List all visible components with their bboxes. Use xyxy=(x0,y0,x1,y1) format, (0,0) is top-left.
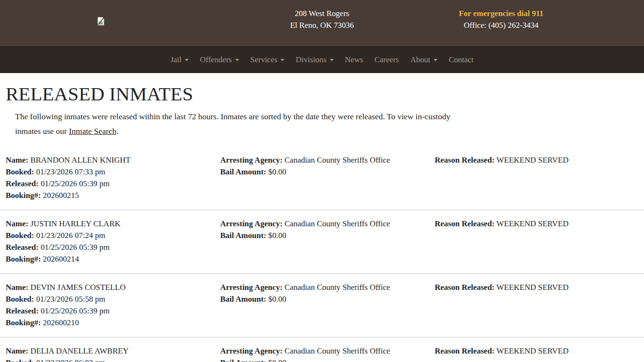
nav-item-jail[interactable]: Jail xyxy=(166,51,193,68)
arresting-agency-line: Arresting Agency: Canadian County Sherif… xyxy=(220,218,435,230)
intro-paragraph: The following inmates were released with… xyxy=(15,109,475,139)
chevron-down-icon xyxy=(330,59,334,61)
nav-item-label: About xyxy=(410,55,430,65)
field-label: Booked: xyxy=(6,358,34,362)
nav-item-label: Divisions xyxy=(296,55,326,65)
emergency-text: For emergencies dial 911 xyxy=(459,8,544,19)
main-content: RELEASED INMATES The following inmates w… xyxy=(0,83,644,362)
nav-item-careers[interactable]: Careers xyxy=(370,51,403,68)
inmate-record: Name: DEVIN JAMES COSTELLOBooked: 01/23/… xyxy=(0,274,644,337)
office-phone: Office: (405) 262-3434 xyxy=(459,19,544,31)
field-label: Name: xyxy=(6,283,28,292)
nav-item-label: Services xyxy=(250,55,278,65)
reason-released-line: Reason Released: WEEKEND SERVED xyxy=(435,281,638,293)
arresting-agency-line: Arresting Agency: Canadian County Sherif… xyxy=(220,345,435,357)
address-line2: El Reno, OK 73036 xyxy=(290,19,354,31)
record-column: Reason Released: WEEKEND SERVED xyxy=(435,345,638,362)
field-label: Name: xyxy=(6,346,28,355)
field-label: Reason Released: xyxy=(435,156,495,165)
chevron-down-icon xyxy=(434,59,438,61)
field-label: Name: xyxy=(6,219,28,228)
chevron-down-icon xyxy=(235,59,239,61)
inmate-name-line: Name: DELIA DANELLE AWBREY xyxy=(6,345,220,357)
inmate-record: Name: JUSTIN HARLEY CLARKBooked: 01/23/2… xyxy=(0,210,644,274)
field-label: Reason Released: xyxy=(435,283,495,292)
field-label: Bail Amount: xyxy=(220,167,266,176)
records-list: Name: BRANDON ALLEN KNIGHTBooked: 01/23/… xyxy=(0,154,644,362)
field-label: Booked: xyxy=(6,167,34,176)
nav-item-news[interactable]: News xyxy=(341,51,368,68)
booked-datetime-line: Booked: 01/23/2026 05:58 pm xyxy=(6,293,220,305)
released-datetime-line: Released: 01/25/2026 05:39 pm xyxy=(6,241,220,253)
field-label: Booking#: xyxy=(6,255,41,263)
inmate-record: Name: DELIA DANELLE AWBREYBooked: 01/23/… xyxy=(0,337,644,362)
inmate-record: Name: BRANDON ALLEN KNIGHTBooked: 01/23/… xyxy=(0,154,644,210)
record-column: Name: JUSTIN HARLEY CLARKBooked: 01/23/2… xyxy=(6,218,220,265)
record-column: Arresting Agency: Canadian County Sherif… xyxy=(220,218,435,265)
reason-released-line: Reason Released: WEEKEND SERVED xyxy=(435,218,638,230)
released-datetime-line: Released: 01/25/2026 05:39 pm xyxy=(6,305,220,317)
inmate-search-link[interactable]: Inmate Search xyxy=(69,126,116,136)
field-label: Reason Released: xyxy=(435,346,495,355)
field-label: Released: xyxy=(6,306,39,315)
address-line1: 208 West Rogers xyxy=(290,8,354,19)
booked-datetime-line: Booked: 01/23/2026 07:33 pm xyxy=(6,166,220,178)
bail-amount-line: Bail Amount: $0.00 xyxy=(220,357,435,362)
field-label: Arresting Agency: xyxy=(220,219,282,228)
nav-item-label: Contact xyxy=(449,55,474,65)
chevron-down-icon xyxy=(281,59,284,61)
record-column: Reason Released: WEEKEND SERVED xyxy=(435,281,638,329)
inmate-name-line: Name: BRANDON ALLEN KNIGHT xyxy=(6,154,220,166)
nav-item-label: Jail xyxy=(170,55,182,65)
record-column: Name: DELIA DANELLE AWBREYBooked: 01/23/… xyxy=(6,345,220,362)
main-nav: JailOffendersServicesDivisionsNewsCareer… xyxy=(0,46,644,73)
arresting-agency-line: Arresting Agency: Canadian County Sherif… xyxy=(220,154,435,166)
booking-number-line: Booking#: 202600210 xyxy=(6,317,220,329)
field-label: Arresting Agency: xyxy=(220,156,282,165)
field-label: Released: xyxy=(6,243,39,252)
record-column: Reason Released: WEEKEND SERVED xyxy=(435,154,638,201)
nav-item-about[interactable]: About xyxy=(406,51,442,68)
nav-item-label: Offenders xyxy=(200,55,232,65)
emergency-block: For emergencies dial 911 Office: (405) 2… xyxy=(459,8,544,31)
field-label: Booking#: xyxy=(6,191,41,200)
field-label: Booked: xyxy=(6,295,34,304)
nav-item-offenders[interactable]: Offenders xyxy=(196,51,243,68)
intro-text-after: . xyxy=(116,126,118,136)
field-label: Arresting Agency: xyxy=(220,283,282,292)
site-header: 208 West Rogers El Reno, OK 73036 For em… xyxy=(0,0,644,46)
field-label: Bail Amount: xyxy=(220,295,266,304)
arresting-agency-line: Arresting Agency: Canadian County Sherif… xyxy=(220,281,435,293)
field-label: Bail Amount: xyxy=(220,358,266,362)
released-datetime-line: Released: 01/25/2026 05:39 pm xyxy=(6,178,220,189)
reason-released-line: Reason Released: WEEKEND SERVED xyxy=(435,345,638,357)
nav-item-divisions[interactable]: Divisions xyxy=(291,51,338,68)
address-block: 208 West Rogers El Reno, OK 73036 xyxy=(290,8,354,31)
bail-amount-line: Bail Amount: $0.00 xyxy=(220,230,435,241)
nav-item-contact[interactable]: Contact xyxy=(445,51,478,68)
field-label: Name: xyxy=(6,156,28,165)
nav-item-label: News xyxy=(345,55,363,65)
booked-datetime-line: Booked: 01/23/2026 07:24 pm xyxy=(6,230,220,241)
field-label: Released: xyxy=(6,179,39,188)
booked-datetime-line: Booked: 01/23/2026 06:03 pm xyxy=(6,357,220,362)
broken-image-icon xyxy=(97,17,104,25)
record-column: Arresting Agency: Canadian County Sherif… xyxy=(220,154,435,201)
field-label: Reason Released: xyxy=(435,219,495,228)
inmate-name-line: Name: JUSTIN HARLEY CLARK xyxy=(6,218,220,230)
inmate-name-line: Name: DEVIN JAMES COSTELLO xyxy=(6,281,220,293)
page-title: RELEASED INMATES xyxy=(6,83,644,105)
booking-number-line: Booking#: 202600215 xyxy=(6,189,220,201)
nav-item-services[interactable]: Services xyxy=(246,51,289,68)
reason-released-line: Reason Released: WEEKEND SERVED xyxy=(435,154,638,166)
record-column: Arresting Agency: Canadian County Sherif… xyxy=(220,281,435,329)
record-column: Reason Released: WEEKEND SERVED xyxy=(435,218,638,265)
record-column: Name: DEVIN JAMES COSTELLOBooked: 01/23/… xyxy=(6,281,220,329)
field-label: Arresting Agency: xyxy=(220,346,282,355)
bail-amount-line: Bail Amount: $0.00 xyxy=(220,166,435,178)
field-label: Booked: xyxy=(6,231,34,240)
record-column: Name: BRANDON ALLEN KNIGHTBooked: 01/23/… xyxy=(6,154,220,201)
field-label: Booking#: xyxy=(6,318,41,327)
record-column: Arresting Agency: Canadian County Sherif… xyxy=(220,345,435,362)
field-label: Bail Amount: xyxy=(220,231,266,240)
